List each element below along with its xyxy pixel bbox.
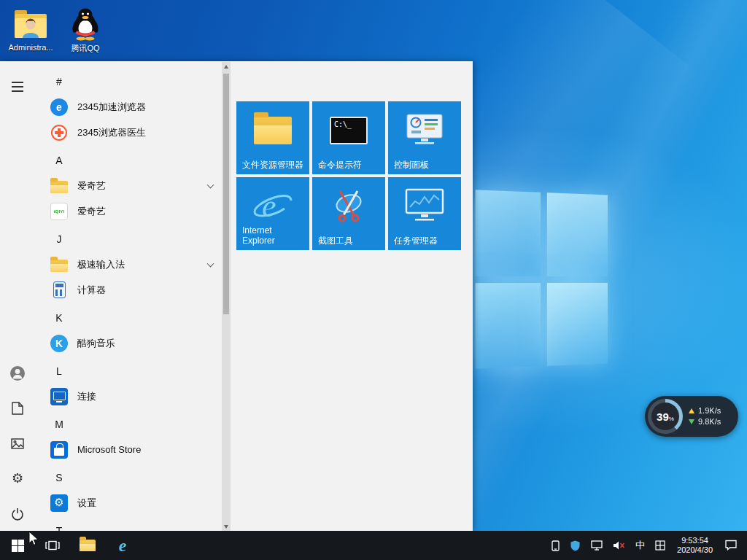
tile-internet-explorer[interactable]: e Internet Explorer [236,177,309,250]
app-section-header[interactable]: J [35,227,222,252]
logo-pane [476,283,541,369]
volume-tray-button[interactable] [608,531,630,560]
app-section-header[interactable]: # [35,69,222,94]
app-section-header[interactable]: K [35,306,222,330]
desktop-icon-label: 腾讯QQ [58,43,112,54]
account-icon [9,365,26,381]
file-explorer-icon [254,117,292,144]
app-list-scrollbar[interactable] [222,62,231,531]
desktop[interactable]: Administra... 腾讯QQ [0,0,747,560]
network-tray-button[interactable] [586,531,608,560]
usage-percent: 39 [657,411,669,423]
connect-icon [50,387,69,406]
browser-taskbar-button[interactable]: e [105,531,140,560]
device-tray-button[interactable] [546,531,565,560]
chevron-down-icon[interactable] [207,260,214,267]
chevron-down-icon[interactable] [207,181,214,188]
start-menu-rail: ⚙ [0,62,35,531]
app-item-2345-browser[interactable]: e 2345加速浏览器 [35,94,222,120]
power-button[interactable] [0,497,35,531]
download-arrow-icon [689,419,694,424]
microsoft-store-icon [50,440,69,459]
account-button[interactable] [0,356,35,391]
settings-tile-icon: ⚙ [50,494,69,513]
desktop-icon-qq[interactable]: 腾讯QQ [58,7,112,54]
document-icon [12,402,23,415]
action-center-button[interactable] [719,531,743,560]
internet-explorer-icon: e [252,187,293,226]
hamburger-icon [12,82,23,92]
app-item-settings[interactable]: ⚙ 设置 [35,490,222,516]
app-folder-jisu-ime[interactable]: 极速输入法 [35,252,222,277]
section-letter: L [50,365,69,377]
app-item-2345-doctor[interactable]: 2345浏览器医生 [35,120,222,145]
app-section-header[interactable]: A [35,148,222,173]
power-icon [11,508,24,521]
tile-file-explorer[interactable]: 文件资源管理器 [236,101,309,174]
app-item-microsoft-store[interactable]: Microsoft Store [35,437,222,462]
file-explorer-taskbar-button[interactable] [70,531,105,560]
desktop-icon-administrator[interactable]: Administra... [4,7,58,52]
windows-logo-wallpaper [476,190,608,368]
expand-menu-button[interactable] [0,69,35,104]
start-button[interactable] [0,531,35,560]
settings-button[interactable]: ⚙ [0,461,35,496]
snipping-tool-icon [330,187,368,225]
scrollbar-thumb[interactable] [223,74,229,314]
app-item-iqiyi[interactable]: iQIYI 爱奇艺 [35,198,222,224]
desktop-icon-label: Administra... [4,43,58,52]
clock[interactable]: 9:53:54 2020/4/30 [670,531,719,560]
speed-readouts: 1.9K/s 9.8K/s [683,407,738,426]
qq-penguin-icon [58,7,112,41]
svg-text:e: e [262,188,276,223]
section-letter: T [50,525,69,531]
ime-grid-icon [655,540,665,551]
pinned-tiles-area: 文件资源管理器 C:\_ 命令提示符 [231,62,473,531]
network-speed-widget[interactable]: 39% 1.9K/s 9.8K/s [645,396,738,437]
tile-command-prompt[interactable]: C:\_ 命令提示符 [312,101,385,174]
app-section-header[interactable]: M [35,412,222,437]
app-section-header[interactable]: T [35,518,222,531]
tile-snipping-tool[interactable]: 截图工具 [312,177,385,250]
tile-control-panel[interactable]: 控制面板 [388,101,461,174]
documents-button[interactable] [0,391,35,426]
tile-task-manager[interactable]: 任务管理器 [388,177,461,250]
volume-muted-icon [613,540,625,551]
ime-language-button[interactable]: 中 [630,531,650,560]
taskbar: e [0,531,747,560]
task-view-icon [45,540,60,551]
gear-icon: ⚙ [12,472,23,485]
administrator-folder-icon [4,7,58,41]
calculator-icon [50,281,69,300]
pictures-button[interactable] [0,426,35,461]
ie-e-icon: e [119,537,127,554]
app-item-connect[interactable]: 连接 [35,384,222,409]
logo-pane [476,190,541,276]
kugou-music-icon: K [50,334,69,353]
task-view-button[interactable] [35,531,70,560]
logo-pane [546,282,608,365]
2345-doctor-icon [50,123,69,142]
scroll-up-arrow[interactable] [222,62,231,71]
section-letter: A [50,155,69,166]
section-letter: # [50,76,69,88]
iqiyi-icon: iQIYI [50,202,69,221]
usage-gauge: 39% [648,399,683,434]
ime-mode-button[interactable] [650,531,670,560]
app-section-header[interactable]: S [35,465,222,490]
device-icon [551,540,560,551]
shield-icon [570,540,581,551]
notification-icon [724,540,738,551]
app-list: # e 2345加速浏览器 2345浏览器医生 A 爱奇艺 iQIYI 爱奇艺 [35,62,222,531]
app-item-kugou[interactable]: K 酷狗音乐 [35,330,222,356]
section-letter: S [50,472,69,483]
security-tray-button[interactable] [565,531,586,560]
scroll-down-arrow[interactable] [222,522,231,531]
app-folder-iqiyi[interactable]: 爱奇艺 [35,173,222,198]
folder-icon [50,176,69,195]
app-section-header[interactable]: L [35,359,222,384]
control-panel-icon [406,113,444,148]
tile-grid: 文件资源管理器 C:\_ 命令提示符 [236,101,473,250]
app-item-calculator[interactable]: 计算器 [35,277,222,303]
upload-arrow-icon [689,408,694,413]
